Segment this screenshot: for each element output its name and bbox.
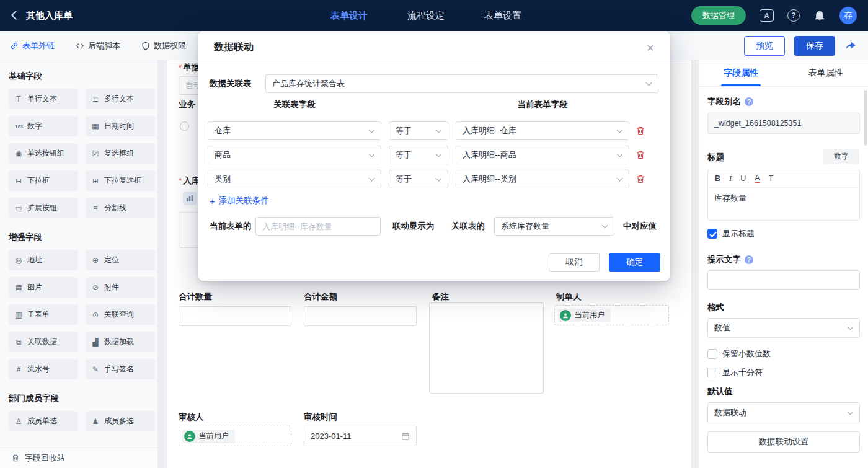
related-field-select[interactable]: 系统库存数量 xyxy=(494,217,614,236)
sidebar-field-dropdown[interactable]: ⊟下拉框 xyxy=(9,170,78,191)
calendar-icon: ▦ xyxy=(91,122,100,131)
total-amount-input[interactable] xyxy=(304,306,417,326)
font-size-icon[interactable]: T xyxy=(769,175,774,183)
form-external-link[interactable]: 表单外链 xyxy=(10,40,55,51)
sidebar-field-dropdown-multi[interactable]: ⊞下拉复选框 xyxy=(86,170,155,191)
tab-flow-setting[interactable]: 流程设定 xyxy=(407,10,445,22)
backend-script-link[interactable]: 后端脚本 xyxy=(76,40,120,51)
title-rich-editor[interactable]: B I U A T 库存数量 xyxy=(707,170,860,221)
current-user-tag: 当前用户 xyxy=(558,309,611,322)
linked-table-select[interactable]: 产品库存统计聚合表 xyxy=(265,74,658,93)
total-qty-label: 合计数量 xyxy=(179,291,212,302)
data-linkage-settings-button[interactable]: 数据联动设置 xyxy=(707,431,860,453)
business-type-label: 业务 xyxy=(179,99,195,110)
delete-condition-button[interactable] xyxy=(635,150,646,161)
sidebar-field-multi-text[interactable]: ≣多行文本 xyxy=(86,89,155,109)
field-palette-sidebar: 基础字段 T单行文本 ≣多行文本 123数字 ▦日期时间 ◉单选按钮组 ☑复选框… xyxy=(0,60,158,468)
notification-bell-icon[interactable] xyxy=(813,9,826,22)
chevron-down-icon xyxy=(848,409,854,415)
italic-icon[interactable]: I xyxy=(729,175,732,183)
total-qty-input[interactable] xyxy=(179,306,291,326)
question-icon[interactable]: ? xyxy=(745,97,753,106)
decimal-checkbox[interactable] xyxy=(707,349,717,359)
show-title-checkbox[interactable] xyxy=(707,229,717,239)
business-type-radio[interactable] xyxy=(180,121,189,131)
thousand-separator-option[interactable]: 显示千分符 xyxy=(707,367,763,378)
question-icon[interactable]: ? xyxy=(745,255,753,264)
sidebar-field-data-load[interactable]: ▟数据加载 xyxy=(86,332,155,352)
sidebar-field-attachment[interactable]: ⊘附件 xyxy=(86,277,155,298)
sidebar-field-radio-group[interactable]: ◉单选按钮组 xyxy=(9,143,78,164)
review-time-input[interactable]: 2023-01-11 xyxy=(304,426,417,446)
hint-text-input[interactable] xyxy=(707,270,860,290)
sidebar-field-divider[interactable]: ≡分割线 xyxy=(86,198,155,218)
tab-form-setting[interactable]: 表单设置 xyxy=(484,10,521,22)
condition-operator-select[interactable]: 等于 xyxy=(389,170,448,188)
share-icon[interactable] xyxy=(844,39,858,53)
save-button[interactable]: 保存 xyxy=(794,36,835,56)
title-label: 标题 xyxy=(707,152,724,163)
field-recycle-bin[interactable]: 字段回收站 xyxy=(0,448,157,468)
tab-field-properties[interactable]: 字段属性 xyxy=(699,60,784,86)
reviewer-field[interactable]: 当前用户 xyxy=(179,426,291,446)
bold-icon[interactable]: B xyxy=(715,175,720,183)
field-alias-input[interactable]: _widget_1661508125351 xyxy=(707,113,860,134)
sidebar-field-extend-button[interactable]: ▭扩展按钮 xyxy=(9,198,78,218)
sidebar-field-checkbox-group[interactable]: ☑复选框组 xyxy=(86,143,155,164)
condition-field-select[interactable]: 仓库 xyxy=(208,121,381,140)
condition-field-select[interactable]: 类别 xyxy=(208,170,381,188)
show-title-option[interactable]: 显示标题 xyxy=(707,228,755,239)
format-select[interactable]: 数值 xyxy=(707,318,860,338)
cancel-button[interactable]: 取消 xyxy=(549,253,600,272)
sidebar-field-datetime[interactable]: ▦日期时间 xyxy=(86,116,155,136)
sidebar-field-address[interactable]: ◎地址 xyxy=(9,250,78,270)
condition-operator-select[interactable]: 等于 xyxy=(389,121,448,140)
user-avatar[interactable]: 存 xyxy=(839,7,857,24)
modal-title: 数据联动 xyxy=(214,41,254,54)
sidebar-field-relation-data[interactable]: ⧉关联数据 xyxy=(9,332,78,352)
scrollbar-thumb[interactable] xyxy=(864,90,867,146)
data-manage-button[interactable]: 数据管理 xyxy=(691,6,746,25)
sidebar-field-member-single[interactable]: ♙成员单选 xyxy=(9,411,78,431)
language-icon[interactable]: A xyxy=(760,9,774,22)
remark-textarea[interactable] xyxy=(429,302,544,394)
sidebar-field-image[interactable]: ▤图片 xyxy=(9,277,78,298)
sidebar-field-relation-query[interactable]: ⊙关联查询 xyxy=(86,304,155,325)
sidebar-field-number[interactable]: 123数字 xyxy=(9,116,78,136)
sidebar-field-single-text[interactable]: T单行文本 xyxy=(9,89,78,109)
creator-field[interactable]: 当前用户 xyxy=(554,305,669,325)
condition-form-field-select[interactable]: 入库明细--仓库 xyxy=(456,121,629,140)
back-icon[interactable] xyxy=(11,11,19,19)
help-icon[interactable]: ? xyxy=(787,9,800,22)
close-icon[interactable]: × xyxy=(647,41,654,54)
thousand-checkbox[interactable] xyxy=(707,368,717,377)
default-value-select[interactable]: 数据联动 xyxy=(707,402,860,423)
title-text[interactable]: 库存数量 xyxy=(708,188,859,209)
data-permission-link[interactable]: 数据权限 xyxy=(141,40,186,51)
font-color-icon[interactable]: A xyxy=(755,174,760,184)
sidebar-field-signature[interactable]: ✎手写签名 xyxy=(86,359,155,379)
sidebar-field-member-multi[interactable]: ♟成员多选 xyxy=(86,411,155,431)
condition-form-field-select[interactable]: 入库明细--商品 xyxy=(456,146,629,164)
toolbar-links: 表单外链 后端脚本 数据权限 xyxy=(10,31,186,60)
add-condition-link[interactable]: + 添加关联条件 xyxy=(210,195,269,206)
delete-condition-button[interactable] xyxy=(635,174,646,185)
subform-chart-icon[interactable] xyxy=(183,192,197,205)
trash-icon xyxy=(636,126,645,136)
condition-operator-select[interactable]: 等于 xyxy=(389,146,448,164)
toolbar-actions: 预览 保存 xyxy=(744,31,858,60)
tab-form-properties[interactable]: 表单属性 xyxy=(784,60,868,86)
confirm-button[interactable]: 确定 xyxy=(609,253,660,272)
condition-form-field-select[interactable]: 入库明细--类别 xyxy=(456,170,629,188)
preview-button[interactable]: 预览 xyxy=(744,36,785,56)
tab-form-design[interactable]: 表单设计 xyxy=(330,10,368,22)
current-form-field-input[interactable] xyxy=(255,217,381,236)
decimal-option[interactable]: 保留小数位数 xyxy=(707,348,771,360)
sidebar-field-serial-number[interactable]: #流水号 xyxy=(9,359,78,379)
address-icon: ◎ xyxy=(14,256,24,265)
sidebar-field-subform[interactable]: ▥子表单 xyxy=(9,304,78,325)
underline-icon[interactable]: U xyxy=(740,175,746,183)
delete-condition-button[interactable] xyxy=(635,126,646,137)
condition-field-select[interactable]: 商品 xyxy=(208,146,381,164)
sidebar-field-location[interactable]: ⊕定位 xyxy=(86,250,155,270)
